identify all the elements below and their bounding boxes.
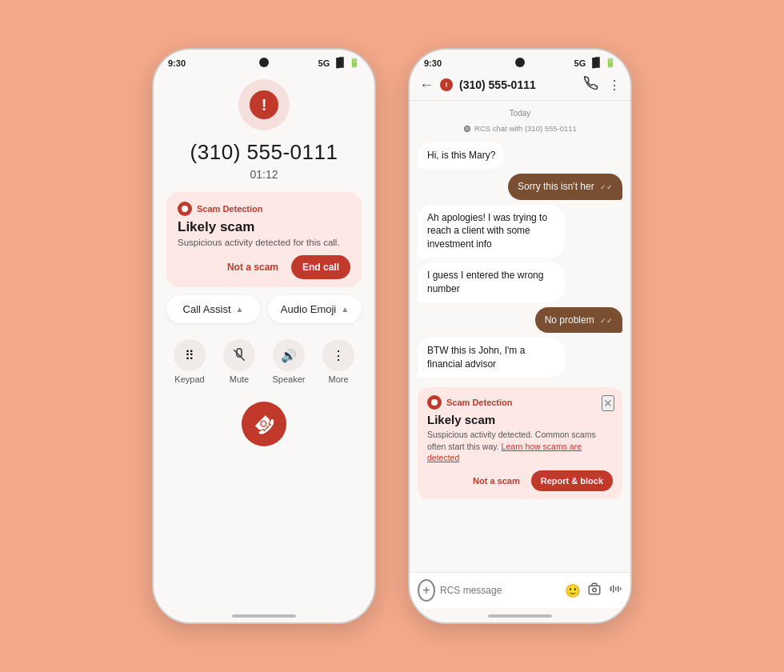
not-a-scam-button[interactable]: Not a scam <box>221 257 285 278</box>
caller-avatar: ! <box>238 79 290 130</box>
home-bar-phone2[interactable] <box>488 614 552 618</box>
scam-card-description: Suspicious activity detected for this ca… <box>178 238 350 247</box>
mute-icon <box>223 339 255 371</box>
date-label: Today <box>418 109 622 118</box>
status-icons-phone2: 5G ▐▋ 🔋 <box>574 58 616 68</box>
mute-label: Mute <box>230 374 249 384</box>
contact-name: (310) 555-0111 <box>459 78 578 91</box>
emoji-icon[interactable]: 🙂 <box>565 583 581 598</box>
signal-bars-phone1: ▐▋ <box>333 58 346 68</box>
scam-card-header: Scam Detection <box>178 202 350 216</box>
time-phone2: 9:30 <box>424 58 442 68</box>
message-bubble-2: Sorry this isn't her ✓✓ <box>508 174 622 200</box>
scam-popup-title: Likely scam <box>427 413 613 426</box>
scam-popup-close-button[interactable]: ✕ <box>602 395 614 411</box>
more-icon: ⋮ <box>322 339 354 371</box>
network-phone2: 5G <box>574 58 586 68</box>
scam-detection-icon <box>178 202 192 216</box>
scam-popup-icon <box>427 395 442 410</box>
keypad-button[interactable]: ⠿ Keypad <box>166 333 213 390</box>
speaker-label: Speaker <box>273 374 306 384</box>
scam-card-title: Likely scam <box>178 219 350 235</box>
assist-row: Call Assist ▲ Audio Emoji ▲ <box>166 295 362 323</box>
more-label: More <box>328 374 348 384</box>
scam-warning-icon: ! <box>250 90 278 119</box>
call-assist-button[interactable]: Call Assist ▲ <box>166 295 260 323</box>
speaker-icon: 🔊 <box>273 339 305 371</box>
message-check-2: ✓✓ <box>600 183 613 191</box>
message-bubble-4: I guess I entered the wrong number <box>418 262 565 302</box>
audio-waves-icon[interactable] <box>608 582 622 599</box>
scam-card-actions: Not a scam End call <box>178 255 350 279</box>
hang-up-button[interactable]: ☎ <box>242 402 286 446</box>
battery-phone2: 🔋 <box>605 58 616 68</box>
message-bubble-3: Ah apologies! I was trying to reach a cl… <box>418 205 565 258</box>
status-icons-phone1: 5G ▐▋ 🔋 <box>318 58 360 68</box>
status-bar-phone2: 9:30 5G ▐▋ 🔋 <box>410 50 630 71</box>
speaker-button[interactable]: 🔊 Speaker <box>266 333 312 390</box>
rcs-info: R RCS chat with (310) 555-0111 <box>418 124 622 133</box>
time-phone1: 9:30 <box>168 58 186 68</box>
home-bar-phone1[interactable] <box>232 614 296 618</box>
keypad-icon: ⠿ <box>174 339 206 371</box>
contact-warning-icon: ! <box>440 78 453 91</box>
add-attachment-button[interactable]: + <box>418 579 435 602</box>
scam-popup-label: Scam Detection <box>446 398 513 407</box>
audio-emoji-chevron: ▲ <box>341 305 349 314</box>
message-bubble-1: Hi, is this Mary? <box>418 142 505 169</box>
back-button[interactable]: ← <box>419 77 434 94</box>
scam-popup-description: Suspicious activity detected. Common sca… <box>427 429 613 464</box>
message-body: Today R RCS chat with (310) 555-0111 Hi,… <box>410 101 630 572</box>
signal-phone2: ▐▋ <box>589 58 602 68</box>
scam-popup-header: Scam Detection <box>427 395 613 410</box>
svg-line-0 <box>234 350 245 361</box>
status-bar-phone1: 9:30 5G ▐▋ 🔋 <box>154 50 374 71</box>
svg-point-4 <box>593 588 597 592</box>
scam-detection-popup: ✕ Scam Detection Likely scam Suspicious … <box>418 387 622 499</box>
more-button[interactable]: ⋮ More <box>315 333 362 390</box>
caller-number: (310) 555-0111 <box>190 140 338 165</box>
network-phone1: 5G <box>318 58 330 68</box>
call-icon[interactable] <box>584 76 598 94</box>
keypad-label: Keypad <box>174 374 204 384</box>
message-header: ← ! (310) 555-0111 ⋮ <box>410 71 630 101</box>
call-screen: ! (310) 555-0111 01:12 Scam Detection Li… <box>154 71 374 608</box>
more-options-icon[interactable]: ⋮ <box>608 78 621 93</box>
header-action-icons: ⋮ <box>584 76 621 94</box>
message-input-bar: + 🙂 <box>410 572 630 608</box>
call-controls: ⠿ Keypad Mute 🔊 Speaker ⋮ More <box>166 333 362 390</box>
scam-card-label: Scam Detection <box>197 204 263 214</box>
phone-1: 9:30 5G ▐▋ 🔋 ! (310) 555-0111 01:12 <box>152 48 376 624</box>
audio-emoji-label: Audio Emoji <box>281 303 336 315</box>
message-check-5: ✓✓ <box>600 317 613 325</box>
scam-detection-card: Scam Detection Likely scam Suspicious ac… <box>166 192 362 287</box>
call-assist-label: Call Assist <box>183 303 231 315</box>
camera-icon[interactable] <box>587 582 602 599</box>
scam-popup-actions: Not a scam Report & block <box>427 470 613 491</box>
camera-notch-phone2 <box>515 58 525 67</box>
report-block-button[interactable]: Report & block <box>531 470 613 491</box>
end-call-button[interactable]: End call <box>291 255 350 279</box>
mute-button[interactable]: Mute <box>216 333 262 390</box>
call-timer: 01:12 <box>250 168 278 181</box>
battery-phone1: 🔋 <box>349 58 360 68</box>
phone-2: 9:30 5G ▐▋ 🔋 ← ! (310) 555-0111 ⋮ Today <box>408 48 632 624</box>
audio-emoji-button[interactable]: Audio Emoji ▲ <box>268 295 362 323</box>
input-action-icons: 🙂 <box>565 582 622 599</box>
message-bubble-5: No problem ✓✓ <box>535 307 622 334</box>
message-bubble-6: BTW this is John, I'm a financial adviso… <box>418 338 565 378</box>
camera-notch-phone1 <box>259 58 269 67</box>
message-input[interactable] <box>440 585 560 596</box>
svg-rect-3 <box>589 586 600 594</box>
call-assist-chevron: ▲ <box>236 305 244 314</box>
hang-up-icon: ☎ <box>249 409 278 438</box>
not-a-scam-popup-button[interactable]: Not a scam <box>468 472 525 490</box>
svg-text:R: R <box>466 126 469 130</box>
